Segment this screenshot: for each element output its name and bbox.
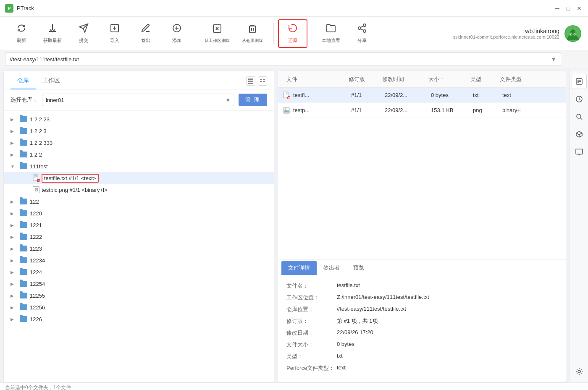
tree-item-1223[interactable]: ▶ 1 2 2 3 xyxy=(4,125,274,137)
toolbar-fetch[interactable]: 获取最新 xyxy=(38,19,67,48)
user-avatar[interactable] xyxy=(564,25,581,42)
file-row-testfile[interactable]: R testfi... #1/1 22/09/2... 0 bytes txt … xyxy=(278,88,566,103)
tree-item-122[interactable]: ▶ 1 2 2 xyxy=(4,149,274,160)
sidebar-search-button[interactable] xyxy=(572,109,587,124)
toolbar-remove-depot[interactable]: 从仓库删除 xyxy=(236,19,269,48)
user-name: wb.linkairong xyxy=(453,28,559,34)
path-dropdown-icon[interactable]: ▼ xyxy=(551,56,556,63)
tree-item-12234[interactable]: ▶ 12234 xyxy=(4,254,274,266)
svg-rect-25 xyxy=(248,81,253,82)
tree-item-name: 12254 xyxy=(30,281,45,287)
statusbar-text: 当前选中0个文件夹，1个文件 xyxy=(5,384,71,390)
svg-rect-57 xyxy=(576,149,583,154)
expand-icon: ▶ xyxy=(10,152,17,157)
tree-item-name: testpic.png #1/1 <binary+l> xyxy=(42,187,107,193)
list-view-icon[interactable] xyxy=(246,76,255,86)
toolbar-divider-1 xyxy=(196,23,196,44)
file-row-size-testfile: 0 bytes xyxy=(428,92,470,98)
tree-item-12254[interactable]: ▶ 12254 xyxy=(4,278,274,290)
expand-icon: ▶ xyxy=(24,176,31,181)
tree-item-name: 1226 xyxy=(30,316,42,322)
file-tree: ▶ 1 2 2 23 ▶ 1 2 2 3 ▶ xyxy=(4,111,274,382)
col-type: 类型 xyxy=(467,76,496,83)
toolbar-add[interactable]: 添加 xyxy=(162,19,192,48)
detail-tab-preview[interactable]: 预览 xyxy=(346,261,371,275)
sidebar-notes-button[interactable] xyxy=(572,74,587,89)
folder-icon xyxy=(20,163,27,169)
depot-select[interactable]: inner01 ▼ xyxy=(42,94,234,106)
toolbar-submit[interactable]: 提交 xyxy=(69,19,98,48)
tree-item-12256[interactable]: ▶ 12256 xyxy=(4,301,274,313)
user-info: wb.linkairong ssl:inner01-commit.perforc… xyxy=(453,28,559,39)
toolbar-share[interactable]: 分享 xyxy=(347,19,377,48)
manage-button[interactable]: 管 理 xyxy=(239,94,267,106)
expand-icon: ▶ xyxy=(24,188,31,192)
tree-item-name: 12234 xyxy=(30,257,45,264)
remove-depot-icon xyxy=(247,24,257,36)
toolbar-local-view[interactable]: 本地查看 xyxy=(316,19,346,48)
fetch-icon xyxy=(47,23,58,36)
tree-item-name: 1 2 2 23 xyxy=(30,116,50,123)
sidebar-settings-button[interactable] xyxy=(572,364,587,379)
sidebar-depot-button[interactable] xyxy=(572,127,587,142)
toolbar-import[interactable]: 导入 xyxy=(100,19,129,48)
file-list-spacer xyxy=(278,180,566,259)
tree-item-1224[interactable]: ▶ 1224 xyxy=(4,266,274,278)
file-row-icon-testpic xyxy=(282,107,291,114)
toolbar-remove-workspace-label: 从工作区删除 xyxy=(205,38,230,44)
tree-item-122333[interactable]: ▶ 1 2 2 333 xyxy=(4,137,274,149)
tree-item-name: 1224 xyxy=(30,269,42,275)
toolbar-refresh[interactable]: 刷新 xyxy=(7,19,36,48)
svg-point-60 xyxy=(578,370,580,373)
detail-tab-checkout[interactable]: 签出者 xyxy=(317,261,346,275)
expand-icon: ▶ xyxy=(10,293,17,298)
svg-rect-41 xyxy=(284,94,287,94)
tree-item-1223b[interactable]: ▶ 1223 xyxy=(4,243,274,254)
titlebar-left: P PTrack xyxy=(5,4,34,13)
tree-item-1220[interactable]: ▶ 1220 xyxy=(4,207,274,219)
titlebar: P PTrack ─ □ ✕ xyxy=(0,0,588,17)
tree-item-1221[interactable]: ▶ 1221 xyxy=(4,219,274,231)
tree-item-122b[interactable]: ▶ 122 xyxy=(4,196,274,207)
detail-tab-file[interactable]: 文件详情 xyxy=(281,261,317,275)
toolbar-revert[interactable]: 还原 xyxy=(278,19,307,48)
tree-item-111test[interactable]: ▼ 111test xyxy=(4,160,274,172)
file-row-name-testpic: testp... xyxy=(293,107,348,113)
right-sidebar xyxy=(570,71,588,382)
tree-item-name: 122 xyxy=(30,199,39,205)
svg-rect-28 xyxy=(263,79,265,80)
sidebar-history-button[interactable] xyxy=(572,92,587,107)
tab-depot[interactable]: 仓库 xyxy=(10,73,36,89)
add-icon xyxy=(172,23,182,36)
expand-icon: ▶ xyxy=(10,305,17,310)
tree-item-testfile[interactable]: ▶ R testfile.txt #1/1 xyxy=(4,172,274,184)
tree-view-icon[interactable] xyxy=(258,76,267,86)
expand-icon: ▶ xyxy=(10,129,17,133)
svg-point-12 xyxy=(358,27,361,29)
detail-content: 文件名： testfile.txt 工作区位置： Z:/inner01/test… xyxy=(278,276,566,382)
file-row-ftype-testpic: binary+l xyxy=(499,107,566,113)
toolbar-checkout[interactable]: 签出 xyxy=(131,19,160,48)
tree-item-testpic[interactable]: ▶ 🖼 testpic.png #1/1 <binary+l> xyxy=(4,184,274,196)
toolbar-refresh-label: 刷新 xyxy=(17,37,26,44)
tree-item-1226[interactable]: ▶ 1226 xyxy=(4,313,274,325)
tree-item-1222[interactable]: ▶ 1222 xyxy=(4,231,274,243)
toolbar-divider-2 xyxy=(273,23,274,44)
tab-workspace[interactable]: 工作区 xyxy=(36,73,67,89)
checkout-icon xyxy=(141,23,151,36)
folder-icon xyxy=(20,222,27,228)
tree-item-12223[interactable]: ▶ 1 2 2 23 xyxy=(4,113,274,125)
tree-item-12255[interactable]: ▶ 12255 xyxy=(4,290,274,301)
sidebar-monitor-button[interactable] xyxy=(572,144,587,160)
svg-rect-42 xyxy=(284,95,286,95)
tree-item-name: 1223 xyxy=(30,246,42,252)
minimize-button[interactable]: ─ xyxy=(554,5,561,12)
detail-depot-value: //test-easy/111test/testfile.txt xyxy=(337,306,406,313)
maximize-button[interactable]: □ xyxy=(564,5,572,12)
svg-rect-35 xyxy=(34,178,36,178)
close-button[interactable]: ✕ xyxy=(575,5,583,12)
expand-icon: ▶ xyxy=(10,199,17,204)
file-row-testpic[interactable]: testp... #1/1 22/09/2... 153.1 KB png bi… xyxy=(278,103,566,118)
detail-size-label: 文件大小： xyxy=(286,341,337,348)
toolbar-remove-workspace[interactable]: 从工作区删除 xyxy=(200,19,234,48)
